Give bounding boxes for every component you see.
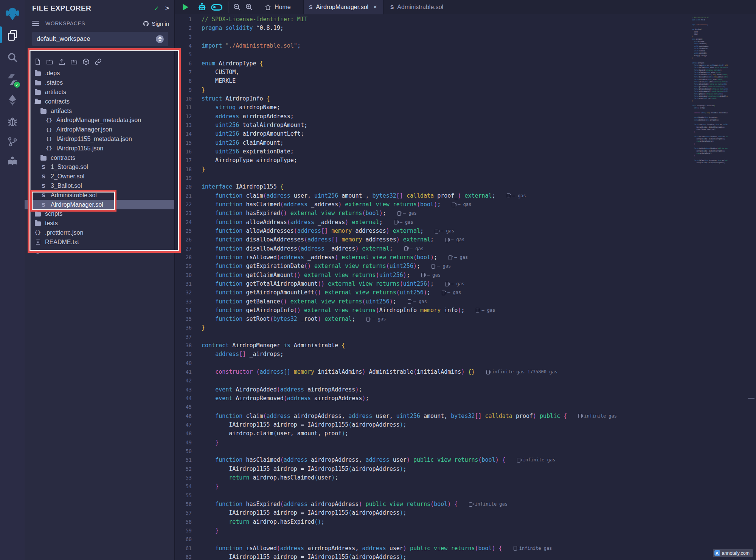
code-line[interactable]: 6enum AirdropType { — [175, 59, 692, 68]
code-line[interactable]: 23 function hasExpired() external view r… — [175, 209, 692, 218]
code-editor[interactable]: 1// SPDX-License-Identifier: MIT2pragma … — [175, 15, 692, 560]
workspace-select[interactable]: default_workspace — [32, 32, 168, 46]
code-line[interactable]: 61 function isAllowed(address airdropAdd… — [175, 544, 692, 553]
ai-assistant-button[interactable] — [197, 0, 207, 14]
code-line[interactable]: 3 — [175, 33, 692, 42]
new-folder-icon[interactable] — [46, 58, 54, 66]
code-line[interactable]: 44 event AirdropRemoved(address airdropA… — [175, 394, 692, 403]
code-line[interactable]: 57 IAirdrop1155 airdrop = IAirdrop1155(a… — [175, 509, 692, 517]
code-line[interactable]: 56 function hasExpired(address airdropAd… — [175, 500, 692, 509]
code-line[interactable]: 27 function disallowAddress(address _add… — [175, 244, 692, 253]
code-line[interactable]: 16 uint256 expirationDate; — [175, 147, 692, 156]
code-line[interactable]: 40 — [175, 359, 692, 368]
code-line[interactable]: 42 — [175, 376, 692, 385]
link-icon[interactable] — [94, 58, 102, 66]
tab-administrable-sol[interactable]: S Administrable.sol — [385, 0, 449, 14]
scrollbar-thumb[interactable] — [748, 398, 754, 399]
code-line[interactable]: 31 function getTotalAirdropAmount() exte… — [175, 280, 692, 288]
debugger-bug-icon[interactable] — [0, 114, 25, 128]
tree-item-2_Owner.sol[interactable]: S2_Owner.sol — [25, 172, 174, 181]
zoom-out-button[interactable] — [233, 0, 242, 14]
code-line[interactable]: 12 address airdropAddress; — [175, 112, 692, 121]
code-line[interactable]: 18} — [175, 165, 692, 174]
code-line[interactable]: 34 function getAirdropInfo() external vi… — [175, 306, 692, 315]
deploy-run-icon[interactable] — [0, 93, 25, 107]
chevron-right-icon[interactable]: > — [165, 5, 169, 12]
tab-airdropmanager-sol[interactable]: S AirdropManager.sol × — [303, 0, 383, 14]
code-line[interactable]: 29 function getExpirationDate() external… — [175, 262, 692, 271]
hamburger-menu-icon[interactable] — [32, 23, 39, 24]
code-line[interactable]: 4import "./Administrable.sol"; — [175, 42, 692, 50]
code-line[interactable]: 28 function isAllowed(address _address) … — [175, 253, 692, 262]
code-line[interactable]: 60 — [175, 535, 692, 544]
tree-item-contracts[interactable]: contracts — [25, 153, 174, 162]
search-icon[interactable] — [0, 51, 25, 64]
code-line[interactable]: 33 function getBalance() external view r… — [175, 297, 692, 306]
code-line[interactable]: 62 IAirdrop1155 airdrop = IAirdrop1155(a… — [175, 553, 692, 560]
publish-ipfs-cube-icon[interactable] — [82, 58, 90, 66]
code-line[interactable]: 39 address[] _airdrops; — [175, 350, 692, 359]
code-line[interactable]: 20interface IAirdrop1155 { — [175, 183, 692, 191]
code-line[interactable]: 25 function allowAddresses(address[] mem… — [175, 227, 692, 235]
tree-item-AirdropManager.json[interactable]: {}AirdropManager.json — [25, 125, 174, 135]
github-sign-in[interactable]: Sign in — [143, 20, 169, 27]
tree-item-tests[interactable]: tests — [25, 219, 174, 228]
tree-item-contracts[interactable]: contracts — [25, 97, 174, 106]
tree-item-Administrable.sol[interactable]: SAdministrable.sol — [25, 190, 174, 200]
code-line[interactable]: 49 } — [175, 438, 692, 447]
run-script-button[interactable] — [183, 0, 188, 14]
code-line[interactable]: 7 CUSTOM, — [175, 68, 692, 77]
new-file-icon[interactable] — [34, 58, 42, 66]
code-line[interactable]: 26 function disallowAddresses(address[] … — [175, 235, 692, 244]
tab-home[interactable]: Home — [264, 0, 291, 14]
code-line[interactable]: 24 function allowAddress(address _addres… — [175, 218, 692, 227]
code-line[interactable]: 37 — [175, 333, 692, 341]
code-line[interactable]: 41 constructor (address[] memory initial… — [175, 368, 692, 376]
code-line[interactable]: 17 AirdropType airdropType; — [175, 156, 692, 165]
tree-item-AirdropManager_metadata.json[interactable]: {}AirdropManager_metadata.json — [25, 116, 174, 125]
tree-item-README.txt[interactable]: README.txt — [25, 237, 174, 247]
code-line[interactable]: 52 IAirdrop1155 airdrop = IAirdrop1155(a… — [175, 465, 692, 473]
tree-item-artifacts[interactable]: artifacts — [25, 88, 174, 97]
code-line[interactable]: 30 function getClaimAmount() external vi… — [175, 271, 692, 280]
git-branch-icon[interactable] — [0, 135, 25, 149]
code-line[interactable]: 2pragma solidity ^0.8.19; — [175, 24, 692, 32]
tree-item-IAirdrop1155_metadata.json[interactable]: {}IAirdrop1155_metadata.json — [25, 135, 174, 144]
code-line[interactable]: 53 return airdrop.hasClaimed(user); — [175, 473, 692, 482]
upload-file-icon[interactable] — [58, 58, 66, 66]
tree-item-artifacts[interactable]: artifacts — [25, 106, 174, 116]
tree-item-AirdropManager.sol[interactable]: SAirdropManager.sol — [25, 200, 174, 209]
code-line[interactable]: 47 IAirdrop1155 airdrop = IAirdrop1155(a… — [175, 421, 692, 429]
code-line[interactable]: 13 uint256 totalAirdropAmount; — [175, 121, 692, 130]
code-line[interactable]: 45 — [175, 403, 692, 411]
code-line[interactable]: 36} — [175, 323, 692, 332]
code-line[interactable]: 14 uint256 airdropAmountLeft; — [175, 130, 692, 138]
code-line[interactable]: 15 uint256 claimAmount; — [175, 139, 692, 147]
code-line[interactable]: 8 MERKLE — [175, 77, 692, 85]
tree-item-1_Storage.sol[interactable]: S1_Storage.sol — [25, 162, 174, 172]
tree-item-partial[interactable]: S — [25, 247, 174, 256]
code-line[interactable]: 50 — [175, 447, 692, 456]
tree-item-.prettierrc.json[interactable]: {}.prettierrc.json — [25, 228, 174, 238]
code-line[interactable]: 38contract AirdropManager is Administrab… — [175, 341, 692, 350]
code-line[interactable]: 22 function hasClaimed(address _address)… — [175, 200, 692, 209]
code-line[interactable]: 43 event AirdropAdded(address airdropAdd… — [175, 385, 692, 394]
code-line[interactable]: 59 } — [175, 526, 692, 535]
file-explorer-icon[interactable] — [0, 28, 25, 42]
ai-toggle[interactable] — [211, 0, 222, 14]
code-line[interactable]: 19 — [175, 174, 692, 183]
solidity-compiler-icon[interactable]: ✓ — [0, 72, 25, 87]
code-line[interactable]: 10struct AirdropInfo { — [175, 94, 692, 103]
close-tab-icon[interactable]: × — [373, 3, 377, 11]
learn-book-icon[interactable] — [0, 154, 25, 168]
zoom-in-button[interactable] — [245, 0, 254, 14]
tree-item-IAirdrop1155.json[interactable]: {}IAirdrop1155.json — [25, 144, 174, 153]
tree-item-.deps[interactable]: .deps — [25, 69, 174, 78]
code-line[interactable]: 35 function setRoot(bytes32 _root) exter… — [175, 315, 692, 323]
workspace-sort-icon[interactable] — [156, 35, 164, 43]
tree-item-3_Ballot.sol[interactable]: S3_Ballot.sol — [25, 181, 174, 191]
code-line[interactable]: 48 airdrop.claim(user, amount, proof); — [175, 429, 692, 438]
code-line[interactable]: 46 function claim(address airdropAddress… — [175, 412, 692, 421]
code-line[interactable]: 11 string airdropName; — [175, 103, 692, 112]
code-line[interactable]: 32 function getAirdropAmountLeft() exter… — [175, 288, 692, 297]
